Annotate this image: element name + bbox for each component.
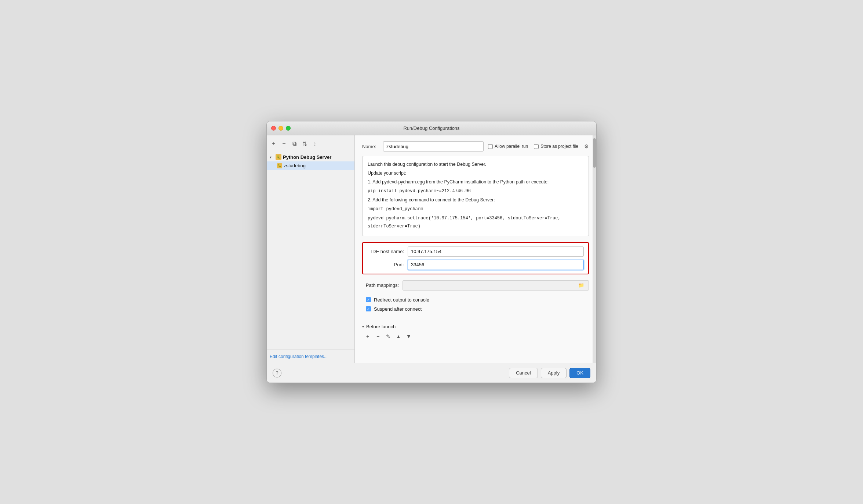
store-project-item: Store as project file (534, 144, 578, 149)
main-panel: Name: Allow parallel run Store as projec… (355, 135, 596, 363)
desc-line7: pydevd_pycharm.settrace('10.97.175.154',… (368, 214, 583, 230)
cancel-button[interactable]: Cancel (509, 368, 538, 378)
python-debug-server-icon: 🐛 (276, 154, 281, 160)
before-launch-up-button[interactable]: ▲ (394, 332, 403, 340)
main-content: Name: Allow parallel run Store as projec… (355, 135, 596, 363)
before-launch-collapse-icon[interactable]: ▾ (362, 325, 364, 329)
before-launch-toolbar: + − ✎ ▲ ▼ (362, 332, 589, 340)
copy-config-button[interactable]: ⧉ (290, 140, 298, 148)
sidebar-group-python-debug-server[interactable]: ▾ 🐛 Python Debug Server (267, 153, 354, 161)
sidebar: + − ⧉ ⇅ ↕ ▾ 🐛 Python Debug Server 🐛 (267, 135, 355, 363)
allow-parallel-checkbox[interactable] (488, 144, 493, 149)
ide-host-input[interactable] (408, 246, 584, 257)
suspend-checkbox[interactable]: ✓ (366, 306, 371, 311)
ok-button[interactable]: OK (569, 368, 590, 378)
before-launch-header: ▾ Before launch (362, 324, 589, 329)
before-launch-remove-button[interactable]: − (374, 332, 382, 340)
sidebar-item-zstudebug[interactable]: 🐛 zstudebug (267, 161, 354, 170)
suspend-label: Suspend after connect (374, 306, 422, 312)
before-launch-label: Before launch (366, 324, 396, 329)
remove-config-button[interactable]: − (280, 140, 288, 148)
before-launch-add-button[interactable]: + (364, 332, 372, 340)
traffic-lights (271, 126, 291, 131)
bottom-buttons: Cancel Apply OK (509, 368, 590, 378)
zstudebug-icon: 🐛 (277, 163, 282, 168)
port-label: Port: (367, 262, 404, 267)
suspend-row: ✓ Suspend after connect (362, 306, 589, 312)
path-mappings-input[interactable]: 📁 (403, 280, 589, 291)
scrollbar-track (593, 135, 596, 363)
desc-line4: pip install pydevd-pycharm~=212.4746.96 (368, 187, 583, 195)
name-input[interactable] (383, 141, 484, 151)
desc-line5: 2. Add the following command to connect … (368, 196, 583, 204)
ide-host-row: IDE host name: (367, 246, 584, 257)
edit-templates-link[interactable]: Edit configuration templates... (270, 354, 328, 359)
redirect-output-row: ✓ Redirect output to console (362, 297, 589, 303)
title-bar: Run/Debug Configurations (267, 121, 596, 135)
add-config-button[interactable]: + (270, 140, 278, 148)
maximize-button[interactable] (286, 126, 291, 131)
sidebar-tree: ▾ 🐛 Python Debug Server 🐛 zstudebug (267, 151, 354, 350)
help-button[interactable]: ? (273, 369, 281, 377)
desc-line2: Update your script: (368, 169, 583, 177)
sort-config-button[interactable]: ↕ (311, 140, 319, 148)
tree-arrow-icon: ▾ (270, 155, 274, 159)
store-project-checkbox[interactable] (534, 144, 539, 149)
move-config-button[interactable]: ⇅ (301, 140, 309, 148)
name-label: Name: (362, 144, 379, 149)
before-launch-edit-button[interactable]: ✎ (384, 332, 392, 340)
content-area: + − ⧉ ⇅ ↕ ▾ 🐛 Python Debug Server 🐛 (267, 135, 596, 363)
options-group: Allow parallel run Store as project file… (488, 143, 589, 149)
apply-button[interactable]: Apply (541, 368, 567, 378)
allow-parallel-item: Allow parallel run (488, 144, 528, 149)
close-button[interactable] (271, 126, 276, 131)
store-project-label: Store as project file (540, 144, 578, 149)
port-input[interactable] (408, 260, 584, 270)
path-mappings-label: Path mappings: (362, 282, 399, 288)
before-launch-section: ▾ Before launch + − ✎ ▲ ▼ (362, 320, 589, 340)
checkboxes-section: ✓ Redirect output to console ✓ Suspend a… (362, 296, 589, 320)
sidebar-footer: Edit configuration templates... (267, 350, 354, 363)
bottom-bar: ? Cancel Apply OK (267, 363, 596, 383)
allow-parallel-label: Allow parallel run (495, 144, 528, 149)
redirect-output-label: Redirect output to console (374, 297, 429, 303)
name-row: Name: Allow parallel run Store as projec… (362, 141, 589, 151)
port-row: Port: (367, 260, 584, 270)
redirect-output-checkbox[interactable]: ✓ (366, 297, 371, 302)
desc-line3: 1. Add pydevd-pycharm.egg from the PyCha… (368, 178, 583, 186)
sidebar-toolbar: + − ⧉ ⇅ ↕ (267, 138, 354, 151)
desc-line6: import pydevd_pycharm (368, 205, 583, 213)
sidebar-group-label: Python Debug Server (283, 154, 331, 160)
description-box: Launch this debug configuration to start… (362, 156, 589, 236)
window-title: Run/Debug Configurations (403, 125, 459, 131)
before-launch-down-button[interactable]: ▼ (405, 332, 413, 340)
scrollbar-thumb[interactable] (593, 138, 596, 168)
sidebar-child-label: zstudebug (284, 163, 306, 168)
gear-icon[interactable]: ⚙ (584, 143, 589, 149)
path-mappings-row: Path mappings: 📁 (362, 280, 589, 291)
main-window: Run/Debug Configurations + − ⧉ ⇅ ↕ ▾ 🐛 P… (266, 121, 597, 383)
desc-line1: Launch this debug configuration to start… (368, 161, 583, 168)
minimize-button[interactable] (278, 126, 283, 131)
ide-host-label: IDE host name: (367, 249, 404, 254)
highlight-section: IDE host name: Port: (362, 242, 589, 274)
path-mappings-browse-button[interactable]: 📁 (577, 281, 586, 290)
